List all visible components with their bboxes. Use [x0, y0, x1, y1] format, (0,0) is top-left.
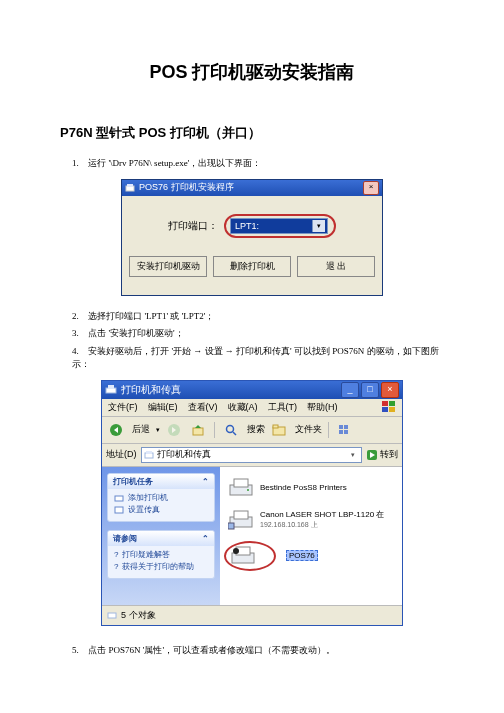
minimize-button[interactable]: _ [341, 382, 359, 398]
printers-window: 打印机和传真 _ □ × 文件(F) 编辑(E) 查看(V) 收藏(A) 工具(… [101, 380, 403, 626]
address-label: 地址(D) [106, 448, 137, 461]
svg-rect-16 [344, 425, 348, 429]
panel-header[interactable]: 请参阅 ⌃ [108, 531, 214, 546]
svg-point-26 [247, 489, 249, 491]
see-also-panel: 请参阅 ⌃ ? 打印疑难解答 ? 获得关于打印的帮助 [107, 530, 215, 579]
svg-rect-14 [273, 425, 278, 428]
install-driver-button[interactable]: 安装打印机驱动 [129, 256, 207, 277]
menu-favorites[interactable]: 收藏(A) [228, 401, 258, 414]
printer-tasks-panel: 打印机任务 ⌃ 添加打印机 设置传真 [107, 473, 215, 522]
add-printer-link[interactable]: 添加打印机 [114, 492, 208, 504]
go-button[interactable]: 转到 [366, 448, 398, 461]
printers-icon [144, 450, 154, 460]
status-text: 5 个对象 [121, 609, 156, 622]
forward-button[interactable] [164, 420, 184, 440]
step-3: 3. 点击 '安装打印机驱动'； [72, 327, 444, 341]
search-label: 搜索 [247, 423, 265, 436]
step-2: 2. 选择打印端口 'LPT1' 或 'LPT2'； [72, 310, 444, 324]
back-label: 后退 [132, 423, 150, 436]
printer-item[interactable]: Canon LASER SHOT LBP-1120 在 192.168.10.1… [228, 509, 394, 531]
troubleshoot-link[interactable]: ? 打印疑难解答 [114, 549, 208, 561]
search-button[interactable] [221, 420, 241, 440]
port-value: LPT1: [235, 221, 259, 231]
svg-point-11 [227, 425, 234, 432]
menu-tools[interactable]: 工具(T) [268, 401, 298, 414]
printers-title-text: 打印机和传真 [121, 383, 181, 397]
installer-titlebar: POS76 打印机安装程序 × [122, 180, 382, 196]
printers-figure: 打印机和传真 _ □ × 文件(F) 编辑(E) 查看(V) 收藏(A) 工具(… [60, 380, 444, 626]
svg-rect-6 [382, 407, 388, 412]
printer-item[interactable]: Bestinde PosS8 Printers [228, 477, 394, 499]
address-value: 打印机和传真 [157, 448, 211, 461]
chevron-up-icon: ⌃ [202, 534, 209, 543]
svg-line-12 [233, 432, 236, 435]
svg-rect-28 [234, 511, 248, 519]
menubar: 文件(F) 编辑(E) 查看(V) 收藏(A) 工具(T) 帮助(H) [102, 399, 402, 417]
address-bar: 地址(D) 打印机和传真 ▾ 转到 [102, 444, 402, 467]
svg-rect-5 [389, 401, 395, 406]
print-help-link[interactable]: ? 获得关于打印的帮助 [114, 561, 208, 573]
printer-list: Bestinde PosS8 Printers Canon LASER SHOT… [220, 467, 402, 605]
chevron-down-icon[interactable]: ▾ [156, 426, 160, 434]
menu-edit[interactable]: 编辑(E) [148, 401, 178, 414]
printers-titlebar: 打印机和传真 _ □ × [102, 381, 402, 399]
step-1: 1. 运行 '\Drv P76N\ setup.exe'，出现以下界面： [72, 157, 444, 171]
svg-rect-1 [127, 184, 133, 187]
app-icon [125, 183, 135, 193]
chevron-down-icon[interactable]: ▾ [347, 449, 359, 461]
menu-file[interactable]: 文件(F) [108, 401, 138, 414]
svg-rect-22 [115, 496, 123, 501]
doc-title: POS 打印机驱动安装指南 [60, 60, 444, 84]
step-4: 4. 安装好驱动后，打开 '开始 → 设置 → 打印机和传真' 可以找到 POS… [72, 345, 444, 372]
windows-flag-icon [382, 401, 396, 414]
status-bar: 5 个对象 [102, 605, 402, 625]
svg-point-32 [233, 548, 239, 554]
remove-printer-button[interactable]: 删除打印机 [213, 256, 291, 277]
port-select[interactable]: LPT1: ▾ [230, 218, 328, 234]
svg-rect-15 [339, 425, 343, 429]
close-button[interactable]: × [363, 181, 379, 195]
exit-button[interactable]: 退 出 [297, 256, 375, 277]
installer-figure: POS76 打印机安装程序 × 打印端口： LPT1: ▾ 安装打印机驱动 [60, 179, 444, 296]
svg-rect-18 [344, 430, 348, 434]
highlight-circle [224, 541, 276, 571]
svg-rect-29 [228, 523, 234, 529]
svg-rect-4 [382, 401, 388, 406]
setup-fax-link[interactable]: 设置传真 [114, 504, 208, 516]
menu-view[interactable]: 查看(V) [188, 401, 218, 414]
installer-dialog: POS76 打印机安装程序 × 打印端口： LPT1: ▾ 安装打印机驱动 [121, 179, 383, 296]
port-highlight: LPT1: ▾ [224, 214, 336, 238]
close-button[interactable]: × [381, 382, 399, 398]
svg-rect-20 [146, 451, 152, 454]
svg-rect-23 [115, 507, 123, 513]
printers-icon [105, 384, 117, 396]
menu-help[interactable]: 帮助(H) [307, 401, 338, 414]
side-panel: 打印机任务 ⌃ 添加打印机 设置传真 [102, 467, 220, 605]
svg-rect-10 [193, 428, 203, 435]
toolbar: 后退 ▾ 搜索 文件夹 [102, 417, 402, 444]
chevron-down-icon[interactable]: ▾ [312, 220, 325, 232]
folders-label: 文件夹 [295, 423, 322, 436]
port-label: 打印端口： [168, 219, 218, 233]
svg-rect-7 [389, 407, 395, 412]
views-button[interactable] [335, 420, 355, 440]
svg-rect-25 [234, 479, 248, 487]
chevron-up-icon: ⌃ [202, 477, 209, 486]
address-field[interactable]: 打印机和传真 ▾ [141, 447, 363, 463]
back-button[interactable] [106, 420, 126, 440]
installer-title-text: POS76 打印机安装程序 [139, 181, 234, 194]
panel-header[interactable]: 打印机任务 ⌃ [108, 474, 214, 489]
printer-label: POS76 [286, 550, 318, 561]
maximize-button[interactable]: □ [361, 382, 379, 398]
svg-rect-33 [108, 613, 116, 618]
doc-subtitle: P76N 型针式 POS 打印机（并口） [60, 124, 444, 142]
step-5: 5. 点击 POS76N '属性'，可以查看或者修改端口（不需要改动）。 [72, 644, 444, 658]
svg-rect-3 [108, 385, 114, 389]
folders-button[interactable] [269, 420, 289, 440]
up-button[interactable] [188, 420, 208, 440]
svg-rect-17 [339, 430, 343, 434]
printer-item-pos76[interactable]: POS76 [228, 541, 394, 571]
